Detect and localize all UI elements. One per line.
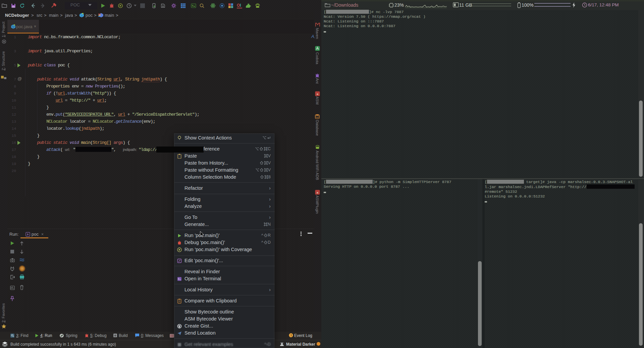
svg-text:a: a xyxy=(317,191,318,194)
svg-text:3: 3 xyxy=(290,334,292,337)
svg-text:a: a xyxy=(317,93,318,96)
